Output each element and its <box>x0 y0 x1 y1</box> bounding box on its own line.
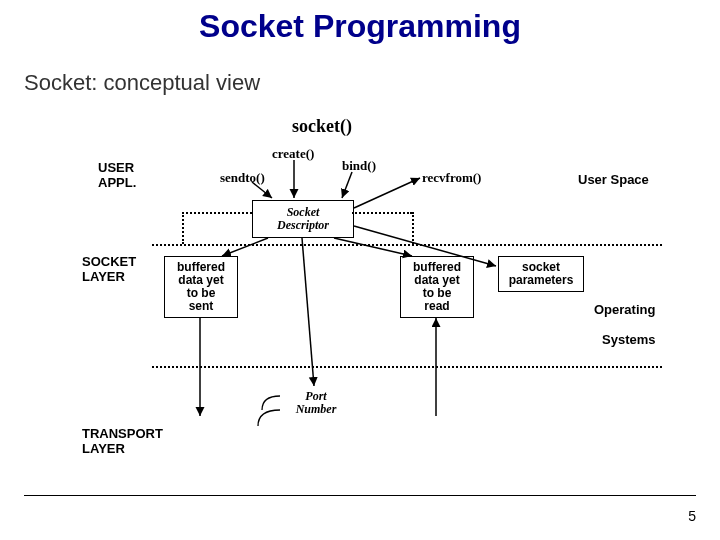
slide-title: Socket Programming <box>0 8 720 45</box>
svg-line-4 <box>222 238 268 256</box>
svg-line-2 <box>252 182 272 198</box>
slide: Socket Programming Socket: conceptual vi… <box>0 0 720 540</box>
socket-diagram: socket() create() bind() sendto() recvfr… <box>42 116 678 496</box>
svg-line-6 <box>354 226 496 266</box>
svg-line-7 <box>302 238 314 386</box>
connectors <box>42 116 678 496</box>
svg-line-5 <box>334 238 412 256</box>
page-number: 5 <box>688 508 696 524</box>
svg-line-1 <box>342 172 352 198</box>
footer-rule <box>24 495 696 496</box>
slide-subtitle: Socket: conceptual view <box>24 70 260 96</box>
svg-line-3 <box>354 178 420 208</box>
